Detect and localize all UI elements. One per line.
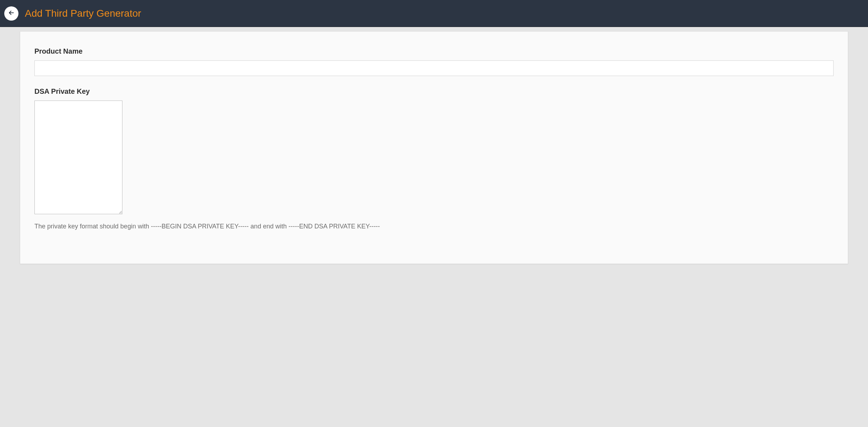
product-name-input[interactable] [34, 60, 834, 76]
back-button[interactable] [4, 6, 18, 21]
product-name-label: Product Name [34, 47, 834, 55]
product-name-group: Product Name [34, 47, 834, 76]
back-arrow-icon [8, 9, 15, 18]
dsa-private-key-help: The private key format should begin with… [34, 222, 834, 231]
dsa-private-key-label: DSA Private Key [34, 87, 834, 96]
content-wrapper: Product Name DSA Private Key The private… [0, 27, 868, 278]
dsa-private-key-group: DSA Private Key The private key format s… [34, 87, 834, 231]
page-header: Add Third Party Generator [0, 0, 868, 27]
dsa-private-key-textarea[interactable] [34, 101, 122, 214]
form-card: Product Name DSA Private Key The private… [20, 31, 848, 264]
page-title: Add Third Party Generator [25, 8, 141, 19]
